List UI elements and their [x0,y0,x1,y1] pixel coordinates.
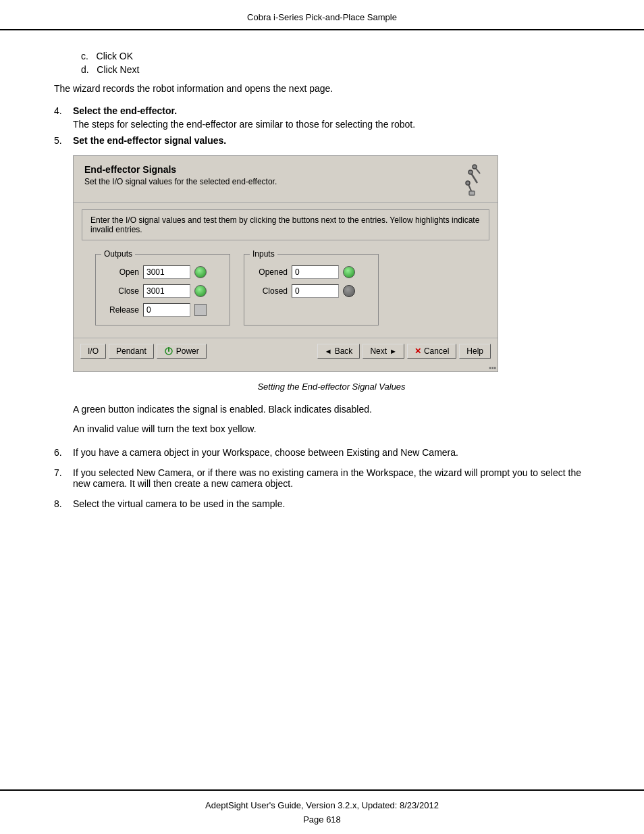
open-row: Open [105,265,220,279]
step-4: 4. Select the end-effector. The steps fo… [54,105,590,130]
power-button[interactable]: Power [157,344,207,359]
back-label: Back [335,346,353,356]
step8-text: Select the virtual camera to be used in … [73,498,285,509]
para2: An invalid value will turn the text box … [73,422,590,436]
open-indicator[interactable] [194,266,207,278]
step4-title: Select the end-effector. [73,105,177,116]
alpha-list: c. Click OK d. Click Next [81,51,590,75]
step6-num: 6. [54,447,73,458]
opened-input[interactable] [292,265,339,279]
robot-arm-icon [454,164,487,197]
wizard-header-left: End-effector Signals Set the I/O signal … [84,164,277,186]
step-8: 8. Select the virtual camera to be used … [54,498,590,509]
pendant-button[interactable]: Pendant [109,344,154,359]
power-icon [164,346,173,356]
svg-point-5 [466,181,470,185]
c-text: Click OK [97,51,133,61]
next-button[interactable]: Next ► [363,344,404,359]
step5-title: Set the end-effector signal values. [73,135,226,146]
info-text: Enter the I/O signal values and test the… [90,215,479,234]
step4-desc: The steps for selecting the end-effector… [73,119,590,130]
step-5: 5. Set the end-effector signal values. E… [54,135,590,442]
step-7: 7. If you selected New Camera, or if the… [54,467,590,489]
resize-handle: ▪▪▪ [74,364,498,371]
open-label: Open [105,267,139,277]
wizard-intro: The wizard records the robot information… [54,82,590,96]
caption: Setting the End-effector Signal Values [73,382,590,392]
closed-row: Closed [254,284,369,298]
footer-page: Page 618 [27,814,617,825]
info-box: Enter the I/O signal values and test the… [82,209,489,240]
open-input[interactable] [143,265,190,279]
release-row: Release [105,303,220,317]
release-label: Release [105,305,139,315]
step8-content: Select the virtual camera to be used in … [73,498,590,509]
footer-right: ◄ Back Next ► ✕ Cancel Help [317,344,491,359]
d-text: Click Next [97,64,139,75]
help-label: Help [466,346,483,356]
header-title: Cobra i-Series Pick-and-Place Sample [247,12,397,22]
back-arrow-icon: ◄ [325,347,332,355]
opened-indicator[interactable] [343,266,355,278]
step6-content: If you have a camera object in your Work… [73,447,590,458]
io-button[interactable]: I/O [80,344,106,359]
close-row: Close [105,284,220,298]
signal-section: Outputs Open Close [82,249,489,331]
close-indicator[interactable] [194,285,207,297]
step4-num: 4. [54,105,73,130]
svg-rect-6 [469,191,475,195]
opened-label: Opened [254,267,288,277]
wizard-header: End-effector Signals Set the I/O signal … [74,156,498,203]
step6-text: If you have a camera object in your Work… [73,447,458,458]
cancel-button[interactable]: ✕ Cancel [407,344,456,359]
closed-indicator[interactable] [343,285,355,297]
step4-content: Select the end-effector. The steps for s… [73,105,590,130]
step7-content: If you selected New Camera, or if there … [73,467,590,489]
footer-left: I/O Pendant Power [80,344,207,359]
wizard-box: End-effector Signals Set the I/O signal … [73,155,498,372]
release-input[interactable] [143,303,190,317]
next-arrow-icon: ► [390,347,397,355]
svg-point-3 [473,165,477,169]
wizard-subtitle: Set the I/O signal values for the select… [84,177,277,186]
step-6: 6. If you have a camera object in your W… [54,447,590,458]
svg-point-4 [468,170,473,174]
list-item-c: c. Click OK [81,51,590,61]
help-button[interactable]: Help [459,344,491,359]
step5-num: 5. [54,135,73,442]
step5-content: Set the end-effector signal values. End-… [73,135,590,442]
close-label: Close [105,286,139,296]
footer-guide: AdeptSight User's Guide, Version 3.2.x, … [27,800,617,810]
closed-label: Closed [254,286,288,296]
power-label: Power [176,346,199,356]
inputs-group: Inputs Opened Closed [244,254,379,325]
cancel-x-icon: ✕ [414,346,421,356]
para1: A green button indicates the signal is e… [73,402,590,417]
c-label: c. [81,51,88,61]
inputs-label: Inputs [250,249,277,259]
page-header: Cobra i-Series Pick-and-Place Sample [0,0,644,30]
step7-text: If you selected New Camera, or if there … [73,467,581,489]
step7-num: 7. [54,467,73,489]
wizard-footer: I/O Pendant Power ◄ [74,338,498,364]
step8-num: 8. [54,498,73,509]
d-label: d. [81,64,89,75]
opened-row: Opened [254,265,369,279]
back-button[interactable]: ◄ Back [317,344,360,359]
wizard-title: End-effector Signals [84,164,277,175]
close-input[interactable] [143,284,190,298]
wizard-body: Enter the I/O signal values and test the… [74,203,498,338]
release-indicator[interactable] [194,304,207,316]
next-label: Next [370,346,387,356]
outputs-label: Outputs [101,249,135,259]
list-item-d: d. Click Next [81,64,590,75]
cancel-label: Cancel [424,346,449,356]
closed-input[interactable] [292,284,339,298]
outputs-group: Outputs Open Close [95,254,230,325]
page-footer: AdeptSight User's Guide, Version 3.2.x, … [0,789,644,834]
main-content: c. Click OK d. Click Next The wizard rec… [0,30,644,789]
